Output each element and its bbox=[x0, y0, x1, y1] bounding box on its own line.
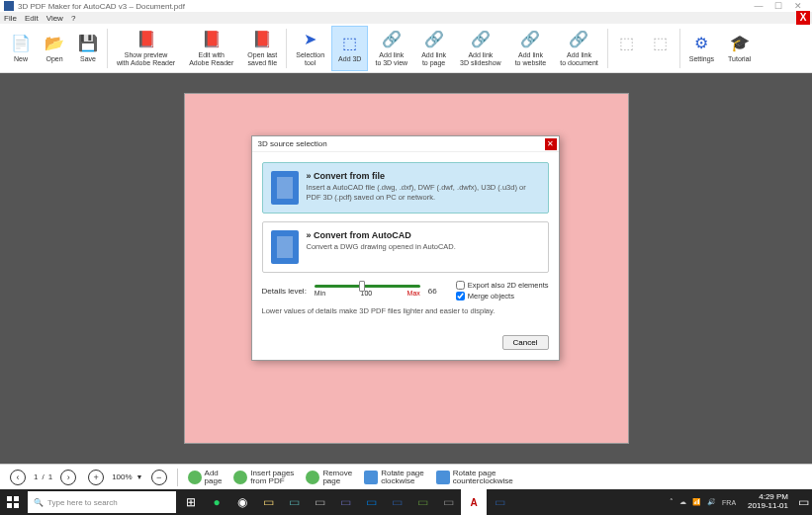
merge-objects-checkbox[interactable]: Merge objects bbox=[456, 292, 549, 300]
windows-taskbar: 🔍 Type here to search ⊞ ● ◉ ▭ ▭ ▭ ▭ ▭ ▭ … bbox=[0, 489, 812, 515]
preview-button[interactable]: 📕Show previewwith Adobe Reader bbox=[110, 26, 182, 71]
option-description: Insert a AutoCAD file (.dwg, .dxf), DWF … bbox=[307, 183, 540, 203]
option-title: Convert from file bbox=[307, 171, 540, 181]
tray-network-icon[interactable]: 📶 bbox=[692, 498, 701, 506]
notifications-button[interactable]: ▭ bbox=[794, 489, 812, 515]
cancel-button[interactable]: Cancel bbox=[502, 335, 549, 350]
gear-icon: ⚙ bbox=[691, 34, 711, 53]
addlink-document-button[interactable]: 🔗Add linkto document bbox=[553, 26, 605, 71]
slider-min-label: Min bbox=[315, 290, 325, 297]
3d-source-dialog: 3D source selection ✕ Convert from file … bbox=[251, 135, 560, 361]
svg-rect-2 bbox=[7, 503, 12, 508]
cube-disabled-icon: ⬚ bbox=[651, 34, 671, 53]
zoom-level: 100% bbox=[112, 472, 132, 481]
disabled-button-2: ⬚ bbox=[644, 26, 677, 71]
settings-button[interactable]: ⚙Settings bbox=[682, 26, 721, 71]
rotate-cw-button[interactable]: Rotate pageclockwise bbox=[360, 470, 428, 485]
new-file-icon: 📄 bbox=[11, 34, 31, 53]
convert-from-file-option[interactable]: Convert from file Insert a AutoCAD file … bbox=[262, 162, 549, 214]
menu-file[interactable]: File bbox=[4, 14, 17, 23]
edit-icon: 📕 bbox=[202, 30, 222, 49]
taskbar-app-word[interactable]: ▭ bbox=[384, 489, 409, 515]
menu-view[interactable]: View bbox=[46, 14, 63, 23]
taskbar-clock[interactable]: 4:29 PM 2019-11-01 bbox=[742, 493, 794, 511]
tray-chevron-icon[interactable]: ˄ bbox=[670, 498, 674, 506]
menubar: File Edit View ? X bbox=[0, 12, 812, 24]
taskbar-app-store[interactable]: ▭ bbox=[281, 489, 307, 515]
tray-volume-icon[interactable]: 🔊 bbox=[707, 498, 716, 506]
zoom-in-icon: + bbox=[88, 470, 104, 485]
taskbar-search[interactable]: 🔍 Type here to search bbox=[28, 491, 176, 513]
cursor-icon: ➤ bbox=[301, 30, 320, 49]
zoom-out-button[interactable]: − bbox=[147, 468, 171, 487]
close-button[interactable]: ✕ bbox=[788, 1, 808, 11]
page-total: 1 bbox=[48, 472, 52, 481]
editwith-button[interactable]: 📕Edit withAdobe Reader bbox=[182, 26, 240, 71]
taskbar-app-3dpdf[interactable]: ▭ bbox=[487, 489, 512, 515]
convert-from-autocad-option[interactable]: Convert from AutoCAD Convert a DWG drawi… bbox=[262, 221, 549, 273]
taskbar-app-autocad[interactable]: A bbox=[461, 489, 487, 515]
task-view-button[interactable]: ⊞ bbox=[178, 489, 204, 515]
document-close-icon[interactable]: X bbox=[796, 11, 810, 25]
app-icon bbox=[4, 1, 14, 11]
svg-rect-3 bbox=[14, 503, 19, 508]
export-2d-checkbox[interactable]: Export also 2D elements bbox=[456, 281, 549, 290]
add-page-icon bbox=[188, 471, 202, 484]
add-page-button[interactable]: Addpage bbox=[184, 470, 226, 485]
save-icon: 💾 bbox=[78, 34, 98, 53]
openlast-button[interactable]: 📕Open lastsaved file bbox=[240, 26, 284, 71]
dialog-close-button[interactable]: ✕ bbox=[545, 138, 557, 150]
tutorial-button[interactable]: 🎓Tutorial bbox=[721, 26, 758, 71]
remove-page-button[interactable]: Removepage bbox=[302, 470, 356, 485]
taskbar-app-explorer[interactable]: ▭ bbox=[255, 489, 281, 515]
cube-disabled-icon: ⬚ bbox=[617, 34, 637, 53]
remove-page-icon bbox=[306, 471, 319, 484]
link-icon: 🔗 bbox=[471, 30, 491, 49]
taskbar-app-whatsapp[interactable]: ● bbox=[204, 489, 229, 515]
tutorial-icon: 🎓 bbox=[730, 34, 750, 53]
pdf-page: 3D source selection ✕ Convert from file … bbox=[184, 93, 629, 444]
prev-page-button[interactable]: ‹ bbox=[6, 468, 30, 487]
link-icon: 🔗 bbox=[382, 30, 402, 49]
zoom-in-button[interactable]: + bbox=[84, 468, 108, 487]
start-button[interactable] bbox=[0, 489, 26, 515]
rotate-ccw-button[interactable]: Rotate pagecounterclockwise bbox=[432, 470, 517, 485]
taskbar-app-edge[interactable]: ▭ bbox=[358, 489, 384, 515]
details-slider[interactable]: Min 100 Max bbox=[315, 285, 420, 297]
tray-language[interactable]: FRA bbox=[722, 499, 736, 506]
taskbar-app-mail[interactable]: ▭ bbox=[307, 489, 332, 515]
addlink-slideshow-button[interactable]: 🔗Add link3D slideshow bbox=[453, 26, 508, 71]
taskbar-app-generic[interactable]: ▭ bbox=[435, 489, 461, 515]
zoom-dropdown-icon[interactable]: ▼ bbox=[136, 473, 143, 480]
open-button[interactable]: 📂Open bbox=[38, 26, 71, 71]
taskbar-app-chrome[interactable]: ◉ bbox=[229, 489, 255, 515]
details-value: 66 bbox=[428, 287, 448, 296]
add-3d-button[interactable]: ⬚Add 3D bbox=[331, 26, 368, 71]
details-hint: Lower values of details make 3D PDF file… bbox=[262, 306, 549, 315]
addlink-page-button[interactable]: 🔗Add linkto page bbox=[414, 26, 453, 71]
rotate-ccw-icon bbox=[436, 471, 450, 484]
maximize-button[interactable]: ☐ bbox=[768, 1, 788, 11]
slider-thumb[interactable] bbox=[359, 281, 365, 292]
insert-pages-button[interactable]: Insert pagesfrom PDF bbox=[229, 470, 298, 485]
taskbar-app-teams[interactable]: ▭ bbox=[332, 489, 358, 515]
link-icon: 🔗 bbox=[424, 30, 444, 49]
addlink-website-button[interactable]: 🔗Add linkto website bbox=[508, 26, 554, 71]
link-icon: 🔗 bbox=[520, 30, 540, 49]
save-button[interactable]: 💾Save bbox=[71, 26, 105, 71]
system-tray[interactable]: ˄ ☁ 📶 🔊 FRA bbox=[664, 498, 742, 506]
selection-tool-button[interactable]: ➤Selectiontool bbox=[289, 26, 331, 71]
slider-max-label: Max bbox=[407, 290, 420, 297]
minimize-button[interactable]: — bbox=[749, 1, 768, 11]
window-title: 3D PDF Maker for AutoCAD v3 – Document.p… bbox=[18, 2, 185, 11]
document-area: 3D source selection ✕ Convert from file … bbox=[0, 73, 812, 464]
menu-help[interactable]: ? bbox=[71, 14, 75, 23]
new-button[interactable]: 📄New bbox=[4, 26, 38, 71]
details-label: Details level: bbox=[262, 287, 307, 296]
next-page-button[interactable]: › bbox=[56, 468, 80, 487]
tray-cloud-icon[interactable]: ☁ bbox=[679, 498, 686, 506]
chevron-right-icon: › bbox=[60, 470, 76, 485]
addlink-3dview-button[interactable]: 🔗Add linkto 3D view bbox=[368, 26, 414, 71]
taskbar-app-vs[interactable]: ▭ bbox=[409, 489, 435, 515]
menu-edit[interactable]: Edit bbox=[25, 14, 39, 23]
